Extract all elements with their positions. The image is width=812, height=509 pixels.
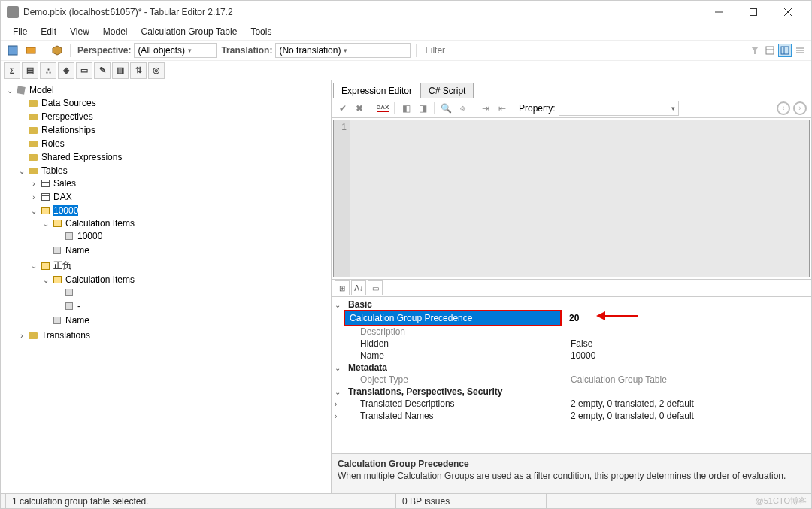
- property-grid[interactable]: ⌄Basic Calculation Group Precedence 20 D…: [332, 297, 811, 453]
- view-mode-2-icon[interactable]: [778, 44, 792, 57]
- prop-object-type[interactable]: Object Type: [345, 374, 571, 385]
- perspective-label: Perspective:: [77, 45, 131, 56]
- tree-calc-items-2[interactable]: Calculation Items: [65, 274, 135, 285]
- translation-dropdown[interactable]: (No translation)▾: [275, 43, 411, 58]
- calc-group-icon: [40, 205, 50, 216]
- tree-zhengfu-group[interactable]: 正负: [53, 259, 71, 272]
- prop-hidden[interactable]: Hidden: [345, 338, 571, 349]
- tree-perspectives[interactable]: Perspectives: [41, 111, 93, 122]
- tree-tables[interactable]: Tables: [41, 165, 68, 176]
- toolbar-tree: Σ ▤ ⛬ ◈ ▭ ✎ ▥ ⇅ ◎: [1, 61, 811, 80]
- cube-icon[interactable]: [50, 43, 65, 58]
- column-icon: [64, 287, 74, 298]
- btn-sigma[interactable]: Σ: [4, 62, 20, 79]
- nav-forward-icon[interactable]: ›: [793, 101, 807, 115]
- expander-icon[interactable]: ⌄: [41, 276, 50, 284]
- btn-columns[interactable]: ▥: [112, 62, 129, 79]
- cat-basic[interactable]: Basic: [345, 299, 571, 310]
- minimize-button[interactable]: [701, 1, 736, 23]
- filter-icon[interactable]: [748, 44, 762, 57]
- tab-csharp-script[interactable]: C# Script: [420, 83, 474, 98]
- menu-tools[interactable]: Tools: [244, 25, 277, 38]
- menu-calc-group-table[interactable]: Calculation Group Table: [135, 25, 244, 38]
- goto-icon[interactable]: ⎆: [456, 101, 469, 115]
- dax-format-icon[interactable]: DAX: [376, 101, 389, 115]
- close-button[interactable]: [771, 1, 805, 23]
- prop-page-icon[interactable]: ▭: [368, 280, 383, 295]
- cancel-icon[interactable]: ✖: [353, 101, 366, 115]
- prop-hidden-value[interactable]: False: [571, 338, 808, 349]
- perspective-dropdown[interactable]: (All objects)▾: [134, 43, 217, 58]
- expander-icon[interactable]: ⌄: [29, 262, 38, 270]
- expander-icon[interactable]: ›: [29, 180, 38, 188]
- expander-icon[interactable]: ⌄: [17, 167, 26, 175]
- nav-back-icon[interactable]: ‹: [777, 101, 790, 115]
- model-tree[interactable]: ⌄Model Data Sources Perspectives Relatio…: [1, 80, 332, 498]
- prop-description[interactable]: Description: [345, 326, 571, 337]
- view-mode-3-icon[interactable]: [793, 44, 807, 57]
- indent-icon[interactable]: ⇥: [479, 101, 492, 115]
- svg-marker-6: [53, 46, 62, 55]
- menu-model[interactable]: Model: [97, 25, 134, 38]
- menu-edit[interactable]: Edit: [35, 25, 62, 38]
- tree-item-plus[interactable]: +: [77, 287, 83, 298]
- btn-target[interactable]: ◎: [148, 62, 165, 79]
- outdent-icon[interactable]: ⇤: [495, 101, 509, 115]
- categorized-icon[interactable]: ⊞: [335, 280, 350, 295]
- cat-translations-perspectives-security[interactable]: Translations, Perspectives, Security: [345, 386, 571, 397]
- expander-icon[interactable]: ›: [17, 332, 26, 340]
- btn-sort[interactable]: ⇅: [130, 62, 147, 79]
- prop-translated-descriptions[interactable]: Translated Descriptions: [345, 398, 571, 409]
- btn-list[interactable]: ▤: [22, 62, 38, 79]
- tree-dax[interactable]: DAX: [53, 192, 72, 202]
- tree-translations[interactable]: Translations: [41, 330, 90, 341]
- btn-hierarchy[interactable]: ⛬: [40, 62, 56, 79]
- code-editor[interactable]: 1: [333, 120, 810, 277]
- btn-cube[interactable]: ◈: [58, 62, 74, 79]
- sort-az-icon[interactable]: A↓: [351, 280, 366, 295]
- calc-items-icon: [52, 218, 62, 229]
- tree-item-minus[interactable]: -: [77, 301, 80, 311]
- menubar: File Edit View Model Calculation Group T…: [1, 23, 811, 40]
- uncomment-icon[interactable]: ◨: [416, 101, 429, 115]
- expander-icon[interactable]: ⌄: [5, 86, 14, 95]
- view-mode-1-icon[interactable]: [763, 44, 777, 57]
- search-icon[interactable]: 🔍: [439, 101, 453, 115]
- prop-name-value[interactable]: 10000: [571, 350, 808, 361]
- expander-icon[interactable]: ⌄: [29, 207, 38, 215]
- tree-item-10000[interactable]: 10000: [77, 231, 102, 241]
- save-icon[interactable]: [5, 43, 20, 58]
- tree-data-sources[interactable]: Data Sources: [41, 98, 96, 108]
- prop-name[interactable]: Name: [345, 350, 571, 361]
- watermark: @51CTO博客: [756, 495, 807, 507]
- tree-name-col-2[interactable]: Name: [65, 315, 89, 326]
- prop-cgp-value[interactable]: 20: [565, 313, 579, 323]
- menu-view[interactable]: View: [64, 25, 95, 38]
- tree-10000-group[interactable]: 10000: [53, 205, 78, 216]
- svg-rect-5: [26, 47, 35, 53]
- expander-icon[interactable]: ›: [29, 193, 38, 201]
- tree-model[interactable]: Model: [29, 85, 54, 95]
- editor-toolbar: ✔ ✖ DAX ◧ ◨ 🔍 ⎆ ⇥ ⇤ Property: ▾ ‹ ›: [332, 98, 811, 118]
- tree-sales[interactable]: Sales: [53, 178, 76, 189]
- btn-folder[interactable]: ▭: [76, 62, 92, 79]
- tree-roles[interactable]: Roles: [41, 138, 65, 149]
- btn-edit[interactable]: ✎: [94, 62, 111, 79]
- tree-name-col[interactable]: Name: [65, 245, 89, 256]
- accept-icon[interactable]: ✔: [336, 101, 350, 115]
- deploy-icon[interactable]: [23, 43, 38, 58]
- menu-file[interactable]: File: [7, 25, 33, 38]
- tree-shared-expressions[interactable]: Shared Expressions: [41, 152, 122, 162]
- filter-input[interactable]: [422, 43, 745, 58]
- prop-translated-names[interactable]: Translated Names: [345, 411, 571, 421]
- prop-translated-descriptions-value: 2 empty, 0 translated, 2 default: [571, 398, 808, 409]
- cat-metadata[interactable]: Metadata: [345, 362, 571, 373]
- expander-icon[interactable]: ⌄: [41, 220, 50, 228]
- comment-icon[interactable]: ◧: [399, 101, 413, 115]
- tree-calc-items[interactable]: Calculation Items: [65, 218, 135, 229]
- tab-expression-editor[interactable]: Expression Editor: [333, 83, 420, 98]
- property-dropdown[interactable]: ▾: [559, 101, 679, 116]
- tree-relationships[interactable]: Relationships: [41, 125, 95, 135]
- maximize-button[interactable]: [736, 1, 771, 23]
- prop-calc-group-precedence[interactable]: Calculation Group Precedence: [344, 310, 562, 326]
